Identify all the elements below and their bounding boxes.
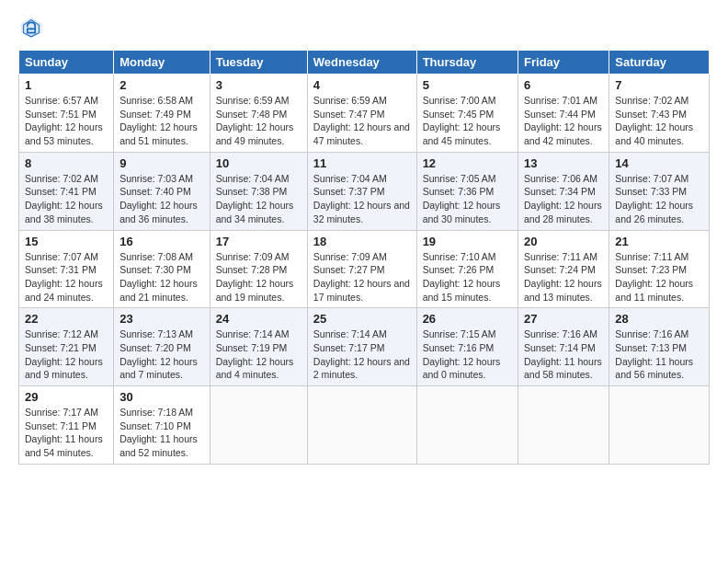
day-detail: Sunrise: 6:59 AMSunset: 7:47 PMDaylight:… <box>313 94 411 148</box>
calendar-cell: 7Sunrise: 7:02 AMSunset: 7:43 PMDaylight… <box>609 75 710 153</box>
calendar-cell: 19Sunrise: 7:10 AMSunset: 7:26 PMDayligh… <box>416 230 518 308</box>
day-number: 14 <box>615 156 703 170</box>
day-number: 17 <box>216 235 301 248</box>
week-row: 15Sunrise: 7:07 AMSunset: 7:31 PMDayligh… <box>19 230 710 308</box>
calendar-table: SundayMondayTuesdayWednesdayThursdayFrid… <box>18 50 710 465</box>
day-detail: Sunrise: 7:03 AMSunset: 7:40 PMDaylight:… <box>119 172 204 226</box>
day-detail: Sunrise: 7:14 AMSunset: 7:17 PMDaylight:… <box>313 327 411 382</box>
day-detail: Sunrise: 6:59 AMSunset: 7:48 PMDaylight:… <box>216 94 301 148</box>
calendar-cell <box>307 386 416 465</box>
calendar-cell: 15Sunrise: 7:07 AMSunset: 7:31 PMDayligh… <box>19 230 114 308</box>
day-detail: Sunrise: 7:05 AMSunset: 7:36 PMDaylight:… <box>423 172 512 226</box>
day-number: 12 <box>423 156 512 170</box>
calendar-cell: 10Sunrise: 7:04 AMSunset: 7:38 PMDayligh… <box>210 152 307 230</box>
day-number: 30 <box>119 390 204 404</box>
day-detail: Sunrise: 7:16 AMSunset: 7:13 PMDaylight:… <box>615 327 703 382</box>
day-number: 22 <box>25 312 108 326</box>
column-header-tuesday: Tuesday <box>210 51 307 75</box>
week-row: 22Sunrise: 7:12 AMSunset: 7:21 PMDayligh… <box>19 308 710 386</box>
calendar-cell: 28Sunrise: 7:16 AMSunset: 7:13 PMDayligh… <box>609 308 710 386</box>
day-detail: Sunrise: 7:09 AMSunset: 7:28 PMDaylight:… <box>216 250 301 304</box>
day-number: 5 <box>423 78 512 92</box>
day-number: 4 <box>313 78 411 92</box>
calendar-cell: 3Sunrise: 6:59 AMSunset: 7:48 PMDaylight… <box>210 75 307 153</box>
calendar-cell: 20Sunrise: 7:11 AMSunset: 7:24 PMDayligh… <box>518 230 609 308</box>
day-detail: Sunrise: 7:02 AMSunset: 7:41 PMDaylight:… <box>25 172 108 226</box>
calendar-cell: 29Sunrise: 7:17 AMSunset: 7:11 PMDayligh… <box>19 386 114 465</box>
day-detail: Sunrise: 7:08 AMSunset: 7:30 PMDaylight:… <box>119 250 204 304</box>
day-number: 21 <box>615 235 703 248</box>
calendar-cell <box>210 386 307 465</box>
column-header-friday: Friday <box>518 51 609 75</box>
day-number: 20 <box>524 235 603 248</box>
calendar-cell: 9Sunrise: 7:03 AMSunset: 7:40 PMDaylight… <box>114 152 210 230</box>
calendar-cell: 18Sunrise: 7:09 AMSunset: 7:27 PMDayligh… <box>307 230 416 308</box>
day-detail: Sunrise: 7:13 AMSunset: 7:20 PMDaylight:… <box>119 327 204 382</box>
day-detail: Sunrise: 7:11 AMSunset: 7:23 PMDaylight:… <box>615 250 703 304</box>
calendar-header-row: SundayMondayTuesdayWednesdayThursdayFrid… <box>19 51 710 75</box>
calendar-cell: 5Sunrise: 7:00 AMSunset: 7:45 PMDaylight… <box>416 75 518 153</box>
day-number: 8 <box>25 156 108 170</box>
logo-icon <box>18 15 44 40</box>
calendar-cell: 30Sunrise: 7:18 AMSunset: 7:10 PMDayligh… <box>114 386 210 465</box>
day-detail: Sunrise: 6:58 AMSunset: 7:49 PMDaylight:… <box>119 94 204 148</box>
calendar-cell: 12Sunrise: 7:05 AMSunset: 7:36 PMDayligh… <box>416 152 518 230</box>
calendar-cell: 13Sunrise: 7:06 AMSunset: 7:34 PMDayligh… <box>518 152 609 230</box>
day-number: 18 <box>313 235 411 248</box>
day-number: 11 <box>313 156 411 170</box>
column-header-saturday: Saturday <box>609 51 710 75</box>
day-number: 10 <box>216 156 301 170</box>
calendar-cell: 22Sunrise: 7:12 AMSunset: 7:21 PMDayligh… <box>19 308 114 386</box>
calendar-cell: 2Sunrise: 6:58 AMSunset: 7:49 PMDaylight… <box>114 75 210 153</box>
day-number: 24 <box>216 312 301 326</box>
column-header-monday: Monday <box>114 51 210 75</box>
page: SundayMondayTuesdayWednesdayThursdayFrid… <box>0 0 728 474</box>
day-number: 3 <box>216 78 301 92</box>
week-row: 29Sunrise: 7:17 AMSunset: 7:11 PMDayligh… <box>19 386 710 465</box>
calendar-cell: 27Sunrise: 7:16 AMSunset: 7:14 PMDayligh… <box>518 308 609 386</box>
calendar-cell: 8Sunrise: 7:02 AMSunset: 7:41 PMDaylight… <box>19 152 114 230</box>
day-number: 16 <box>119 235 204 248</box>
day-detail: Sunrise: 7:14 AMSunset: 7:19 PMDaylight:… <box>216 327 301 382</box>
calendar-cell <box>518 386 609 465</box>
calendar-cell: 16Sunrise: 7:08 AMSunset: 7:30 PMDayligh… <box>114 230 210 308</box>
calendar-cell: 24Sunrise: 7:14 AMSunset: 7:19 PMDayligh… <box>210 308 307 386</box>
column-header-sunday: Sunday <box>19 51 114 75</box>
day-number: 28 <box>615 312 703 326</box>
day-detail: Sunrise: 7:04 AMSunset: 7:37 PMDaylight:… <box>313 172 411 226</box>
day-detail: Sunrise: 7:07 AMSunset: 7:33 PMDaylight:… <box>615 172 703 226</box>
calendar-cell: 25Sunrise: 7:14 AMSunset: 7:17 PMDayligh… <box>307 308 416 386</box>
calendar-cell <box>609 386 710 465</box>
calendar-cell: 1Sunrise: 6:57 AMSunset: 7:51 PMDaylight… <box>19 75 114 153</box>
header <box>18 15 710 40</box>
calendar-cell <box>416 386 518 465</box>
day-detail: Sunrise: 7:02 AMSunset: 7:43 PMDaylight:… <box>615 94 703 148</box>
day-number: 26 <box>423 312 512 326</box>
day-number: 9 <box>119 156 204 170</box>
day-number: 6 <box>524 78 603 92</box>
day-detail: Sunrise: 7:00 AMSunset: 7:45 PMDaylight:… <box>423 94 512 148</box>
day-detail: Sunrise: 7:09 AMSunset: 7:27 PMDaylight:… <box>313 250 411 304</box>
day-number: 7 <box>615 78 703 92</box>
day-number: 2 <box>119 78 204 92</box>
day-detail: Sunrise: 7:10 AMSunset: 7:26 PMDaylight:… <box>423 250 512 304</box>
calendar-cell: 6Sunrise: 7:01 AMSunset: 7:44 PMDaylight… <box>518 75 609 153</box>
day-detail: Sunrise: 7:18 AMSunset: 7:10 PMDaylight:… <box>119 406 204 460</box>
calendar-cell: 23Sunrise: 7:13 AMSunset: 7:20 PMDayligh… <box>114 308 210 386</box>
calendar-cell: 21Sunrise: 7:11 AMSunset: 7:23 PMDayligh… <box>609 230 710 308</box>
day-detail: Sunrise: 7:06 AMSunset: 7:34 PMDaylight:… <box>524 172 603 226</box>
day-number: 19 <box>423 235 512 248</box>
column-header-wednesday: Wednesday <box>307 51 416 75</box>
calendar-cell: 14Sunrise: 7:07 AMSunset: 7:33 PMDayligh… <box>609 152 710 230</box>
day-number: 23 <box>119 312 204 326</box>
day-number: 25 <box>313 312 411 326</box>
day-number: 1 <box>25 78 108 92</box>
day-number: 27 <box>524 312 603 326</box>
day-detail: Sunrise: 7:12 AMSunset: 7:21 PMDaylight:… <box>25 327 108 382</box>
logo <box>18 15 48 40</box>
column-header-thursday: Thursday <box>416 51 518 75</box>
week-row: 8Sunrise: 7:02 AMSunset: 7:41 PMDaylight… <box>19 152 710 230</box>
week-row: 1Sunrise: 6:57 AMSunset: 7:51 PMDaylight… <box>19 75 710 153</box>
calendar-cell: 11Sunrise: 7:04 AMSunset: 7:37 PMDayligh… <box>307 152 416 230</box>
day-detail: Sunrise: 7:04 AMSunset: 7:38 PMDaylight:… <box>216 172 301 226</box>
